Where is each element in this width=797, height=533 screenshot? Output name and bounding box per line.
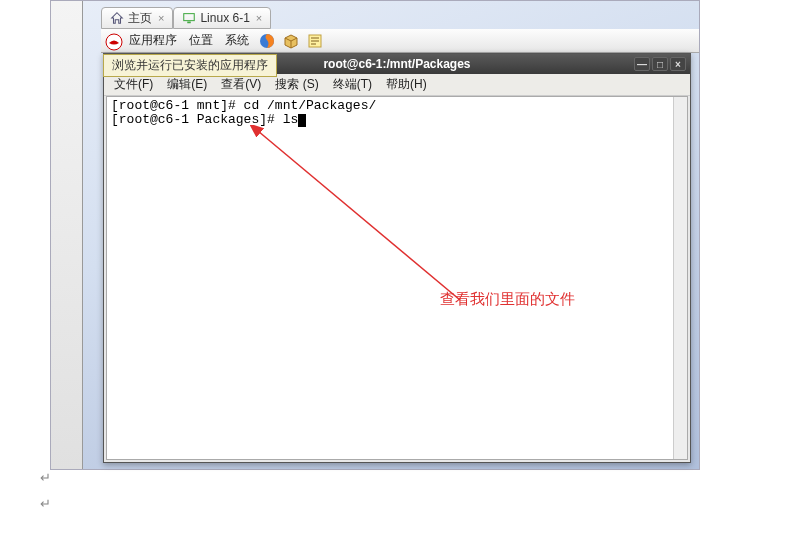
svg-rect-0 bbox=[184, 14, 195, 21]
menu-file[interactable]: 文件(F) bbox=[108, 74, 159, 95]
annotation-label: 查看我们里面的文件 bbox=[440, 290, 575, 309]
terminal-window: root@c6-1:/mnt/Packages — □ × 文件(F) 编辑(E… bbox=[103, 53, 691, 463]
minimize-button[interactable]: — bbox=[634, 57, 650, 71]
menu-help[interactable]: 帮助(H) bbox=[380, 74, 433, 95]
tab-home[interactable]: 主页 × bbox=[101, 7, 173, 29]
tab-linux-close[interactable]: × bbox=[256, 12, 262, 24]
vm-viewport: 主页 × Linux 6-1 × 应用程序 位置 系统 浏览并运行已安装的应用程… bbox=[50, 0, 700, 470]
paragraph-mark: ↵ bbox=[40, 496, 51, 511]
close-button[interactable]: × bbox=[670, 57, 686, 71]
package-icon[interactable] bbox=[281, 31, 301, 51]
host-sidebar bbox=[51, 1, 83, 469]
tab-linux-label: Linux 6-1 bbox=[200, 11, 249, 25]
terminal-scrollbar[interactable] bbox=[673, 97, 687, 459]
redhat-icon[interactable] bbox=[105, 33, 121, 49]
terminal-line: [root@c6-1 Packages]# ls bbox=[111, 113, 683, 127]
home-icon bbox=[110, 11, 124, 25]
menu-places[interactable]: 位置 bbox=[185, 32, 217, 49]
host-tabs: 主页 × Linux 6-1 × bbox=[101, 7, 271, 29]
maximize-button[interactable]: □ bbox=[652, 57, 668, 71]
firefox-icon[interactable] bbox=[257, 31, 277, 51]
notepad-icon[interactable] bbox=[305, 31, 325, 51]
menu-terminal[interactable]: 终端(T) bbox=[327, 74, 378, 95]
applications-tooltip: 浏览并运行已安装的应用程序 bbox=[103, 54, 277, 77]
terminal-menubar: 文件(F) 编辑(E) 查看(V) 搜索 (S) 终端(T) 帮助(H) bbox=[104, 74, 690, 96]
monitor-icon bbox=[182, 11, 196, 25]
tab-home-label: 主页 bbox=[128, 10, 152, 27]
paragraph-mark: ↵ bbox=[40, 470, 51, 485]
menu-edit[interactable]: 编辑(E) bbox=[161, 74, 213, 95]
window-controls: — □ × bbox=[634, 57, 686, 71]
menu-search[interactable]: 搜索 (S) bbox=[269, 74, 324, 95]
tab-linux[interactable]: Linux 6-1 × bbox=[173, 7, 271, 29]
cursor-icon bbox=[298, 114, 306, 127]
terminal-line: [root@c6-1 mnt]# cd /mnt/Packages/ bbox=[111, 99, 683, 113]
menu-applications[interactable]: 应用程序 bbox=[125, 32, 181, 49]
menu-view[interactable]: 查看(V) bbox=[215, 74, 267, 95]
tab-home-close[interactable]: × bbox=[158, 12, 164, 24]
svg-rect-1 bbox=[188, 22, 192, 24]
gnome-top-panel: 应用程序 位置 系统 bbox=[101, 29, 699, 53]
menu-system[interactable]: 系统 bbox=[221, 32, 253, 49]
terminal-body[interactable]: [root@c6-1 mnt]# cd /mnt/Packages/ [root… bbox=[106, 96, 688, 460]
